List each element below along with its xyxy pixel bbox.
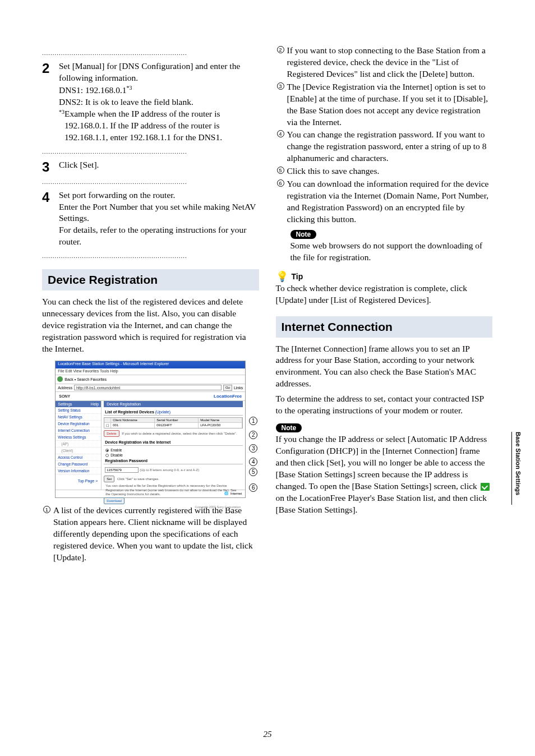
ss-addressbar: Address http://lf-bs1.xxmundohtml Go Lin…: [56, 384, 245, 392]
footnote-marker: *3: [59, 108, 64, 144]
step4-line1: Set port forwarding on the router.: [59, 190, 175, 200]
sidebar-item-client[interactable]: (Client): [56, 448, 101, 454]
pw-hint: (Up to 8 letters among 0-9, a-z and A-Z): [140, 468, 199, 472]
step2-dns1: DNS1: 192.168.0.1: [59, 85, 127, 95]
ss-toolbar: Back • Search Favorites: [56, 375, 245, 384]
sidebar-item-access[interactable]: Access Control: [56, 454, 101, 461]
ss-main-area: Settings Help Setting Status NetAV Setti…: [56, 401, 245, 490]
heading-internet-connection: Internet Connection: [276, 316, 493, 338]
password-input[interactable]: 11575679: [105, 467, 139, 473]
sidebar-item-password[interactable]: Change Password: [56, 461, 101, 468]
separator-dots: ........................................…: [42, 252, 259, 259]
ss-sb-head-r[interactable]: Help: [91, 402, 99, 406]
circled-4-icon: 4: [276, 129, 285, 138]
td-nickname: 001: [111, 422, 155, 428]
list-label: List of Registered Devices (Update): [104, 409, 243, 416]
circled-5-icon: 5: [276, 165, 285, 174]
step-number: 3: [42, 159, 59, 174]
enum-1-text: A list of the devices currently register…: [52, 505, 259, 564]
step2-dns1-sup: *3: [127, 85, 132, 91]
update-link[interactable]: (Update): [155, 410, 170, 414]
step-number: 2: [42, 61, 59, 75]
circled-1-icon: 1: [42, 505, 52, 514]
step2-dns2: DNS2: It is ok to leave the field blank.: [59, 97, 193, 107]
step2-line1: Set [Manual] for [DNS Configuration] and…: [59, 61, 240, 82]
device-checkbox[interactable]: ☐: [104, 422, 111, 428]
sidebar-item-version[interactable]: Version Information: [56, 468, 101, 474]
note-1-text: Some web browsers do not support the dow…: [290, 240, 493, 264]
th-check: [104, 418, 111, 422]
ic-para-2: To determine the address to set, contact…: [276, 393, 493, 417]
device-table: Client Nickname Serial Number Model Name…: [104, 417, 243, 428]
radio-disable[interactable]: [105, 454, 109, 457]
set-hint: Click "Set" to save changes.: [116, 477, 159, 481]
th-serial: Serial Number: [155, 418, 199, 422]
tip-row: 💡 Tip: [276, 271, 493, 282]
heading-device-registration: Device Registration: [42, 269, 259, 291]
separator-dots: ........................................…: [42, 178, 259, 185]
separator-dots: ........................................…: [42, 148, 259, 155]
step-body: Click [Set].: [59, 159, 259, 171]
callout-4: 4: [249, 458, 257, 466]
address-input[interactable]: http://lf-bs1.xxmundohtml: [74, 385, 222, 390]
enum-4-text: You can change the registration password…: [285, 129, 493, 164]
callout-1: 1: [249, 417, 257, 425]
download-button[interactable]: Download: [104, 497, 124, 504]
back-icon[interactable]: [57, 376, 63, 382]
sidebar-item-ap[interactable]: (AP): [56, 441, 101, 448]
ss-menubar: File Edit View Favorites Tools Help: [56, 368, 245, 375]
enum-2: 2 If you want to stop connecting to the …: [276, 45, 493, 80]
links-label: Links: [234, 386, 243, 390]
enum-3-text: The [Device Registration via the Interne…: [285, 81, 493, 128]
ss-brandbar: SONY LocationFree: [56, 392, 245, 401]
step-body: Set [Manual] for [DNS Configuration] and…: [59, 61, 259, 144]
sidebar-item-netav[interactable]: NetAV Settings: [56, 414, 101, 421]
th-model: Model Name: [199, 418, 242, 422]
ss-content: Device Registration List of Registered D…: [102, 401, 245, 490]
step-2: 2 Set [Manual] for [DNS Configuration] a…: [42, 61, 259, 144]
via-internet-heading: Device Registration via the Internet: [104, 439, 243, 446]
intro-paragraph: You can check the list of the registered…: [42, 296, 259, 355]
brand-sony: SONY: [59, 394, 70, 398]
circled-6-icon: 6: [276, 178, 285, 187]
enum-3: 3 The [Device Registration via the Inter…: [276, 81, 493, 128]
sidebar-item-setting-status[interactable]: Setting Status: [56, 407, 101, 414]
go-button[interactable]: Go: [223, 385, 232, 391]
radio-enable[interactable]: [105, 449, 109, 452]
side-tab-label: Base Station Settings: [511, 432, 522, 505]
circled-2-icon: 2: [276, 45, 285, 54]
sidebar-top-page[interactable]: Top Page >: [56, 474, 101, 484]
callout-6: 6: [249, 483, 257, 492]
ss-sidebar: Settings Help Setting Status NetAV Setti…: [56, 401, 102, 490]
th-nickname: Client Nickname: [111, 418, 155, 422]
sidebar-item-internet[interactable]: Internet Connection: [56, 427, 101, 434]
browser-screenshot: LocationFree Base Station Settings - Mic…: [55, 361, 246, 498]
radio-disable-row[interactable]: Disable: [104, 453, 243, 458]
footnote-text: Example when the IP address of the route…: [64, 108, 259, 144]
sidebar-item-device-reg[interactable]: Device Registration: [56, 421, 101, 427]
ss-sb-head-l: Settings: [58, 402, 72, 406]
copyright: Copyright 2007 Sony Corporation: [104, 505, 241, 509]
content-heading: Device Registration: [104, 401, 243, 407]
step-3: 3 Click [Set].: [42, 159, 259, 174]
lightbulb-icon: 💡: [276, 271, 288, 282]
tip-text: To check whether device registration is …: [276, 283, 493, 306]
delete-button[interactable]: Delete: [104, 430, 119, 437]
ss-sidebar-head: Settings Help: [56, 401, 101, 407]
note2-part-a: If you change the IP address or select […: [276, 434, 487, 491]
sidebar-item-wireless[interactable]: Wireless Settings: [56, 434, 101, 441]
callout-3: 3: [249, 444, 257, 453]
download-text: You can download a file for Device Regis…: [105, 484, 241, 496]
enum-1: 1 A list of the devices currently regist…: [42, 505, 259, 564]
pw-heading: Registration Password: [104, 458, 243, 464]
callout-5: 5: [249, 468, 257, 476]
note-2-text: If you change the IP address or select […: [276, 434, 493, 515]
note-badge-2: Note: [276, 423, 302, 432]
ic-para-1: The [Internet Connection] frame allows y…: [276, 343, 493, 390]
step-4: 4 Set port forwarding on the router. Ent…: [42, 190, 259, 248]
tip-label: Tip: [292, 272, 303, 281]
right-column: 2 If you want to stop connecting to the …: [276, 45, 508, 564]
set-button[interactable]: Set: [104, 476, 114, 482]
radio-enable-row[interactable]: Enable: [104, 448, 243, 453]
brand-locationfree: LocationFree: [214, 394, 242, 399]
